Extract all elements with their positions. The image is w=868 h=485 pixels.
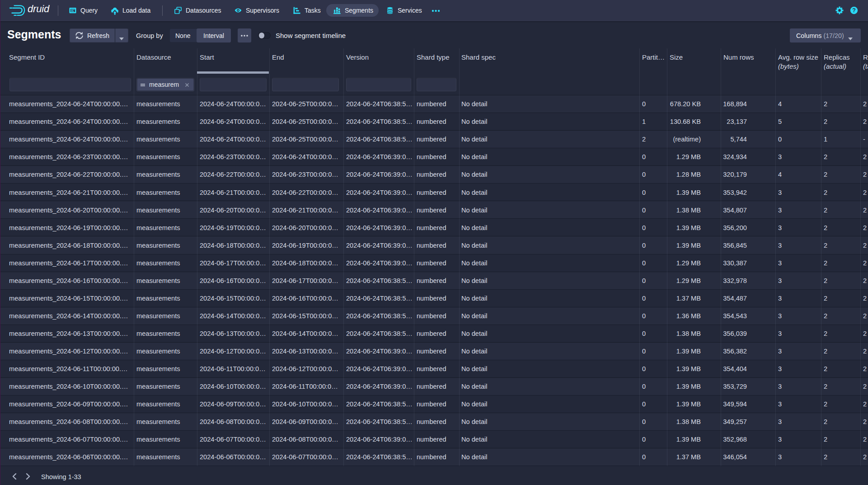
svg-text:?: ?: [852, 7, 856, 14]
